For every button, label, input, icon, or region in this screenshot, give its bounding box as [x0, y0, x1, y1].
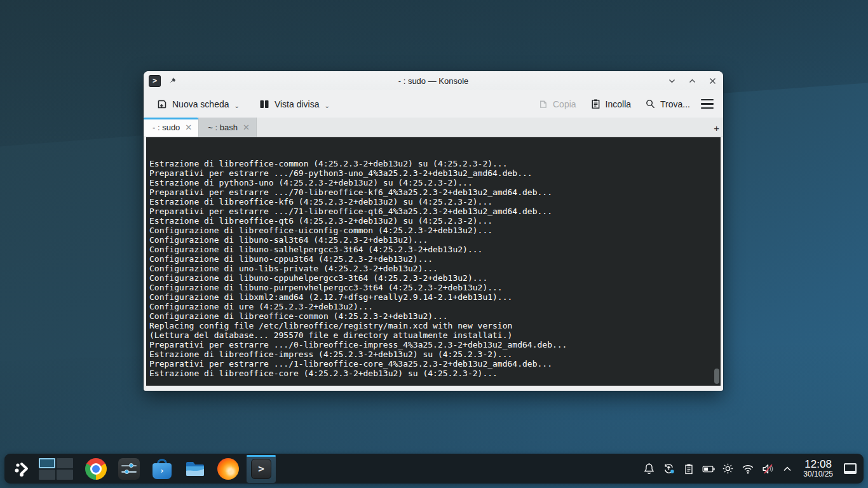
terminal-line: Estrazione di libreoffice-core (4:25.2.3…: [149, 369, 712, 378]
terminal-line: Preparativi per estrarre .../71-libreoff…: [149, 207, 712, 216]
terminal-viewport[interactable]: Estrazione di libreoffice-common (4:25.2…: [146, 137, 721, 386]
new-tab-label: Nuova scheda: [172, 99, 229, 109]
terminal-line: Preparativi per estrarre .../0-libreoffi…: [149, 340, 712, 349]
new-tab-icon: [156, 98, 168, 110]
system-tray: 12:08 30/10/25: [641, 459, 860, 479]
show-desktop-icon: [844, 463, 857, 474]
terminal-line: Replacing config file /etc/libreoffice/r…: [149, 321, 712, 330]
terminal-line: Estrazione di libreoffice-kf6 (4:25.2.3-…: [149, 197, 712, 207]
terminal-output: Estrazione di libreoffice-common (4:25.2…: [149, 140, 712, 386]
terminal-line: Preparativi per estrarre .../69-python3-…: [149, 168, 712, 178]
terminal-line: Preparativi per estrarre .../70-libreoff…: [149, 187, 712, 197]
pager-desktop-2[interactable]: [57, 458, 73, 468]
new-tab-button[interactable]: Nuova scheda ⌄: [151, 95, 245, 114]
terminal-line: Configurazione di libuno-salhelpergcc3-3…: [149, 245, 712, 254]
konsole-app-icon: >: [149, 75, 161, 87]
task-system-settings[interactable]: [114, 455, 144, 483]
discover-icon: ›: [151, 458, 173, 480]
terminal-line: Configurazione di ure (4:25.2.3-2+deb13u…: [149, 302, 712, 311]
terminal-line: Configurazione di libuno-cppuhelpergcc3-…: [149, 273, 712, 283]
paste-icon: [590, 98, 601, 109]
volume-muted-icon[interactable]: [759, 459, 776, 478]
wifi-icon[interactable]: [739, 459, 756, 478]
tab-label: - : sudo: [153, 123, 180, 132]
pager-desktop-3[interactable]: [39, 470, 55, 480]
split-view-button[interactable]: Vista divisa ⌄: [254, 95, 335, 114]
firefox-icon: [217, 458, 239, 480]
toolbar: Nuova scheda ⌄ Vista divisa ⌄ Copia: [144, 90, 723, 118]
taskbar-panel: › >: [4, 454, 864, 484]
maximize-button[interactable]: [686, 75, 698, 86]
dolphin-folder-icon: [184, 458, 206, 480]
system-settings-icon: [118, 458, 140, 480]
tab-label: ~ : bash: [208, 123, 238, 132]
desktop: { "window": { "title": "- : sudo — Konso…: [0, 0, 868, 488]
konsole-window: > - : sudo — Konsole Nuova scheda ⌄: [144, 71, 723, 391]
pager-desktop-4[interactable]: [57, 470, 73, 480]
konsole-icon: >: [251, 459, 271, 479]
kde-launcher-icon: [13, 459, 32, 478]
task-firefox[interactable]: [214, 455, 243, 483]
find-button[interactable]: Trova...: [640, 95, 695, 113]
terminal-line: Configurazione di libreoffice-uiconfig-c…: [149, 226, 712, 235]
minimize-button[interactable]: [666, 75, 677, 86]
tab-close-icon[interactable]: ✕: [185, 123, 192, 132]
virtual-desktop-pager[interactable]: [39, 458, 73, 480]
terminal-line: Configurazione di libuno-cppu3t64 (4:25.…: [149, 254, 712, 264]
paste-button[interactable]: Incolla: [585, 95, 636, 113]
software-updates-icon[interactable]: [660, 459, 677, 478]
battery-icon[interactable]: [700, 459, 717, 478]
terminal-line: Estrazione di libreoffice-impress (4:25.…: [149, 349, 712, 359]
chevron-down-icon: ⌄: [324, 102, 329, 109]
menu-button[interactable]: [699, 96, 715, 112]
terminal-scrollbar-handle[interactable]: [714, 369, 719, 384]
app-launcher-button[interactable]: [8, 455, 36, 483]
digital-clock[interactable]: 12:08 30/10/25: [803, 459, 833, 479]
copy-button[interactable]: Copia: [532, 95, 581, 113]
tab-sudo[interactable]: - : sudo ✕: [144, 118, 199, 137]
task-dolphin[interactable]: [180, 455, 210, 483]
terminal-line: Preparativi per estrarre .../1-libreoffi…: [149, 359, 712, 369]
terminal-line: (Lettura del database... 295570 file e d…: [149, 330, 712, 340]
terminal-line: Configurazione di libuno-purpenvhelpergc…: [149, 283, 712, 292]
task-konsole-active[interactable]: >: [247, 455, 276, 483]
terminal-line: Configurazione di libuno-sal3t64 (4:25.2…: [149, 235, 712, 245]
terminal-line: Configurazione di libreoffice-common (4:…: [149, 311, 712, 321]
show-desktop-button[interactable]: [842, 459, 858, 478]
tab-bash[interactable]: ~ : bash ✕: [199, 118, 257, 137]
paste-label: Incolla: [606, 99, 631, 109]
chrome-icon: [85, 458, 107, 480]
clipboard-icon[interactable]: [680, 459, 697, 478]
pager-desktop-1[interactable]: [39, 458, 55, 468]
find-label: Trova...: [660, 99, 690, 109]
tab-close-icon[interactable]: ✕: [243, 123, 250, 132]
terminal-line: Configurazione di libxml2:amd64 (2.12.7+…: [149, 292, 712, 302]
tab-bar: - : sudo ✕ ~ : bash ✕ +: [144, 118, 723, 137]
titlebar[interactable]: > - : sudo — Konsole: [144, 71, 723, 90]
task-discover[interactable]: ›: [147, 455, 177, 483]
pin-icon[interactable]: [167, 76, 177, 86]
brightness-icon[interactable]: [719, 459, 736, 478]
search-icon: [645, 98, 656, 109]
terminal-line: Estrazione di libreoffice-common (4:25.2…: [149, 159, 712, 168]
close-button[interactable]: [707, 75, 718, 86]
clock-time: 12:08: [803, 459, 833, 471]
terminal-line: Estrazione di python3-uno (4:25.2.3-2+de…: [149, 178, 712, 187]
expand-tray-chevron-icon[interactable]: [778, 459, 796, 478]
new-tab-plus-icon[interactable]: +: [714, 123, 719, 133]
clock-date: 30/10/25: [803, 470, 833, 478]
terminal-line: Configurazione di uno-libs-private (4:25…: [149, 264, 712, 273]
task-google-chrome[interactable]: [81, 455, 111, 483]
notifications-bell-icon[interactable]: [641, 459, 658, 478]
split-view-label: Vista divisa: [275, 99, 320, 109]
window-title: - : sudo — Konsole: [144, 76, 723, 86]
terminal-line: Estrazione di libreoffice-qt6 (4:25.2.3-…: [149, 216, 712, 226]
copy-icon: [538, 98, 548, 109]
chevron-down-icon: ⌄: [234, 102, 240, 109]
split-view-icon: [259, 98, 270, 110]
copy-label: Copia: [553, 99, 576, 109]
